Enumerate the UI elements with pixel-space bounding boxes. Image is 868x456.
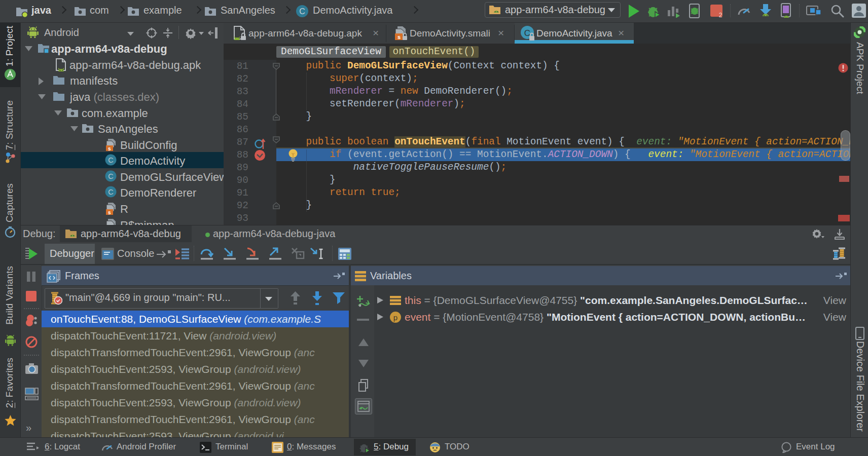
svg-text:C: C [108, 188, 113, 196]
svg-text:s: s [397, 34, 401, 40]
svg-text:2: 2 [719, 12, 722, 18]
svg-text:s: s [108, 146, 111, 151]
svg-text:s: s [108, 210, 111, 215]
svg-text:C: C [299, 7, 305, 16]
svg-text:C: C [108, 156, 113, 164]
svg-text:p: p [393, 313, 397, 322]
svg-text:C: C [108, 172, 113, 180]
